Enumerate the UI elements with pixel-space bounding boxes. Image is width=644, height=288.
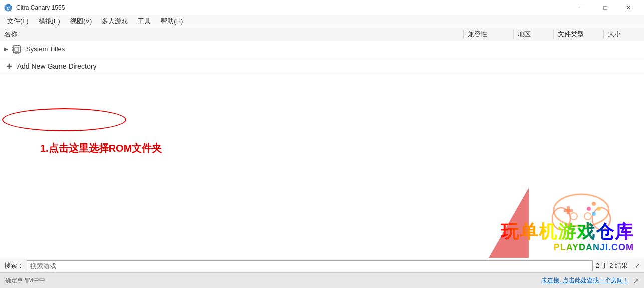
- col-region: 地区: [514, 30, 554, 39]
- status-bar: 确定亨·¶M中中 未连接. 点击此处查找一个房间！ ⤢: [0, 273, 644, 288]
- status-bar-inner: 确定亨·¶M中中 未连接. 点击此处查找一个房间！ ⤢: [5, 276, 639, 285]
- svg-point-19: [592, 202, 596, 206]
- minimize-button[interactable]: —: [571, 0, 594, 15]
- table-header: 名称 兼容性 地区 文件类型 大小: [0, 27, 644, 41]
- svg-rect-24: [564, 209, 573, 212]
- svg-rect-2: [13, 46, 20, 53]
- search-input[interactable]: [27, 260, 593, 271]
- connection-status[interactable]: 未连接. 点击此处查找一个房间！: [541, 276, 629, 285]
- menu-tools[interactable]: 工具: [133, 15, 156, 27]
- menu-bar: 文件(F) 模拟(E) 视图(V) 多人游戏 工具 帮助(H): [0, 15, 644, 27]
- svg-text:C: C: [7, 6, 10, 11]
- title-bar-left: C Citra Canary 1555: [4, 4, 65, 12]
- svg-point-25: [570, 213, 577, 220]
- annotation-circle: [2, 108, 126, 131]
- svg-point-20: [597, 207, 601, 211]
- title-bar-controls: — □ ✕: [571, 0, 640, 15]
- system-titles-label: System Titles: [26, 45, 65, 53]
- main-content: ▶ System Titles + A: [0, 41, 644, 288]
- col-name: 名称: [0, 30, 464, 39]
- svg-point-26: [584, 213, 591, 220]
- add-game-label: Add New Game Directory: [17, 62, 97, 70]
- app-window: C Citra Canary 1555 — □ ✕ 文件(F) 模拟(E) 视图…: [0, 0, 644, 288]
- title-text: Citra Canary 1555: [16, 4, 65, 11]
- title-bar: C Citra Canary 1555 — □ ✕: [0, 0, 644, 15]
- menu-emulation[interactable]: 模拟(E): [34, 15, 65, 27]
- watermark: 玩单机游戏仓库 PLAYDANJI.COM: [501, 221, 634, 253]
- svg-point-22: [592, 212, 596, 216]
- search-result: 2 于 2 结果: [596, 261, 632, 270]
- svg-rect-3: [15, 47, 19, 51]
- maximize-button[interactable]: □: [594, 0, 617, 15]
- watermark-en: PLAYDANJI.COM: [501, 242, 634, 253]
- status-left-text: 确定亨·¶M中中: [5, 276, 45, 285]
- watermark-cn: 玩单机游戏仓库: [501, 221, 634, 242]
- col-compat: 兼容性: [464, 30, 514, 39]
- app-icon: C: [4, 4, 12, 12]
- search-label: 搜索：: [4, 261, 24, 270]
- close-button[interactable]: ✕: [617, 0, 640, 15]
- search-bar: 搜索： 2 于 2 结果 ⤢: [0, 259, 644, 273]
- expand-arrow-icon: ▶: [4, 46, 8, 52]
- col-size: 大小: [604, 30, 644, 39]
- resize-icon: ⤢: [635, 262, 640, 269]
- menu-help[interactable]: 帮助(H): [156, 15, 188, 27]
- svg-point-21: [587, 207, 591, 211]
- menu-view[interactable]: 视图(V): [65, 15, 97, 27]
- menu-multiplayer[interactable]: 多人游戏: [97, 15, 133, 27]
- system-titles-row[interactable]: ▶ System Titles: [0, 41, 644, 57]
- status-expand-icon[interactable]: ⤢: [633, 277, 639, 285]
- col-filetype: 文件类型: [554, 30, 604, 39]
- chip-icon: [11, 44, 22, 55]
- add-game-directory-row[interactable]: + Add New Game Directory: [0, 57, 644, 75]
- plus-icon: +: [6, 61, 12, 71]
- instruction-text: 1.点击这里选择ROM文件夹: [40, 141, 162, 155]
- menu-file[interactable]: 文件(F): [2, 15, 34, 27]
